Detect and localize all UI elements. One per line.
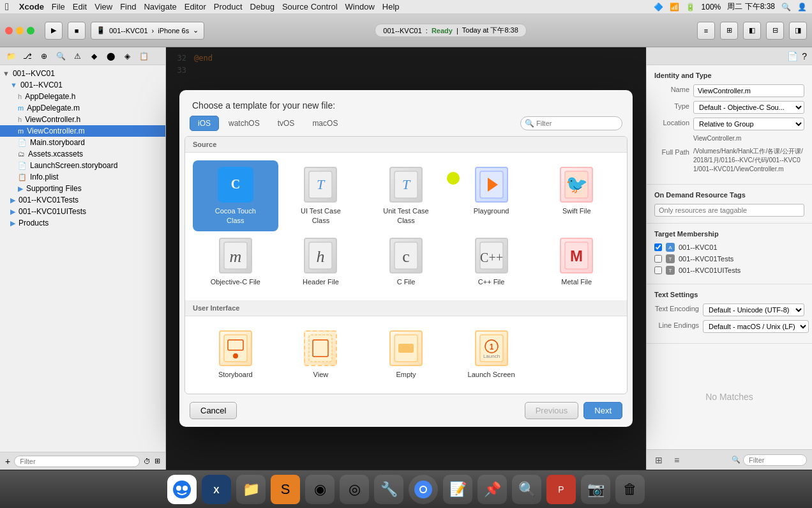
sidebar-item-appdelegatem[interactable]: m AppDelegate.m	[0, 102, 165, 114]
breakpoint-icon[interactable]: ◈	[120, 50, 134, 63]
debug-toggle-button[interactable]: ⊟	[766, 22, 784, 40]
sidebar-item-supporting-files[interactable]: ▶ Supporting Files	[0, 183, 165, 194]
inspector-file-icon[interactable]: 📄	[787, 51, 798, 61]
dock-slides[interactable]: S	[271, 475, 300, 504]
template-view[interactable]: View	[278, 324, 364, 385]
menu-navigate[interactable]: Navigate	[144, 2, 176, 12]
maximize-window-button[interactable]	[27, 27, 34, 35]
dock-finder[interactable]	[167, 475, 197, 504]
cancel-button[interactable]: Cancel	[190, 402, 237, 419]
inspector-toggle-button[interactable]: ◨	[789, 22, 807, 40]
sidebar-filter-input[interactable]	[14, 456, 140, 467]
sort-icon[interactable]: ⊞	[154, 457, 160, 465]
menu-source-control[interactable]: Source Control	[282, 2, 338, 12]
template-playground[interactable]: Playground	[449, 160, 534, 231]
sidebar-item-tests[interactable]: ▶ 001--KVC01Tests	[0, 194, 165, 206]
template-launch-screen[interactable]: 1 Launch Launch Screen	[449, 324, 534, 385]
navigator-toggle-button[interactable]: ◧	[743, 22, 761, 40]
location-select[interactable]: Relative to Group	[693, 118, 804, 130]
symbol-icon[interactable]: ⊕	[37, 50, 51, 63]
sidebar-item-viewcontrollerm[interactable]: m ViewController.m	[0, 125, 165, 137]
template-header-file[interactable]: h Header File	[278, 231, 364, 293]
sidebar-item-group[interactable]: ▼ 001--KVC01	[0, 79, 165, 91]
sidebar-item-uitests[interactable]: ▶ 001--KVC01UITests	[0, 206, 165, 217]
stop-button[interactable]: ■	[68, 22, 86, 40]
template-storyboard[interactable]: Storyboard	[193, 324, 278, 385]
find-icon[interactable]: 🔍	[54, 50, 68, 63]
dock-photos[interactable]: 📷	[581, 475, 610, 504]
report-icon[interactable]: 📋	[137, 50, 151, 63]
modal-filter-input[interactable]	[520, 116, 622, 130]
dock-trash[interactable]: 🗑	[615, 475, 645, 504]
dock-evernote[interactable]: 📝	[443, 475, 472, 504]
close-window-button[interactable]	[5, 27, 13, 35]
run-button[interactable]: ▶	[45, 22, 63, 40]
next-button[interactable]: Next	[583, 402, 622, 419]
menu-view[interactable]: View	[94, 2, 112, 12]
dock-powerpoint[interactable]: P	[546, 475, 576, 504]
template-objc-file[interactable]: m Objective-C File	[193, 231, 278, 293]
name-input[interactable]	[693, 84, 804, 97]
menu-editor[interactable]: Editor	[184, 2, 206, 12]
dock-android-studio[interactable]: 🔧	[374, 475, 403, 504]
sidebar-item-viewcontrollerh[interactable]: h ViewController.h	[0, 114, 165, 125]
target-checkbox-2[interactable]	[654, 255, 662, 263]
sidebar-item-root[interactable]: ▼ 001--KVC01	[0, 68, 165, 79]
folder-icon[interactable]: 📁	[4, 50, 18, 63]
user-icon[interactable]: 👤	[797, 3, 807, 12]
list-view-icon[interactable]: ≡	[670, 453, 684, 467]
tab-tvos[interactable]: tvOS	[269, 116, 303, 131]
sidebar-item-assets[interactable]: 🗂 Assets.xcassets	[0, 148, 165, 160]
template-cpp-file[interactable]: C++ C++ File	[449, 231, 534, 293]
template-unit-test-case[interactable]: T Unit Test CaseClass	[363, 160, 449, 231]
search-menubar-icon[interactable]: 🔍	[781, 3, 791, 12]
type-select[interactable]: Default - Objective-C Sou...	[693, 101, 804, 114]
encoding-select[interactable]: Default - Unicode (UTF-8)	[703, 304, 804, 316]
right-filter-input[interactable]	[743, 454, 807, 466]
dock-chrome[interactable]	[409, 475, 438, 504]
test-icon[interactable]: ◆	[87, 50, 101, 63]
menu-file[interactable]: File	[52, 2, 65, 12]
sidebar-item-products[interactable]: ▶ Products	[0, 217, 165, 229]
tags-input[interactable]	[654, 204, 804, 217]
target-checkbox-1[interactable]	[654, 243, 662, 251]
minimize-window-button[interactable]	[16, 27, 24, 35]
clock-icon[interactable]: ⏱	[144, 458, 151, 465]
add-file-button[interactable]: +	[5, 456, 10, 466]
sidebar-item-infoplist[interactable]: 📋 Info.plist	[0, 171, 165, 183]
issue-icon[interactable]: ⚠	[70, 50, 84, 63]
template-c-file[interactable]: c C File	[363, 231, 449, 293]
scheme-selector[interactable]: 📱 001--KVC01 › iPhone 6s ⌄	[91, 22, 204, 40]
editor-standard-button[interactable]: ≡	[697, 22, 715, 40]
source-control-icon[interactable]: ⎇	[20, 50, 34, 63]
dock-app1[interactable]: ◉	[305, 475, 335, 504]
dock-app3[interactable]: 📌	[477, 475, 507, 504]
template-cocoa-touch-class[interactable]: C Cocoa TouchClass	[193, 160, 278, 231]
debug-sidebar-icon[interactable]: ⬤	[103, 50, 117, 63]
tab-ios[interactable]: iOS	[190, 116, 219, 131]
menu-help[interactable]: Help	[382, 2, 400, 12]
line-endings-select[interactable]: Default - macOS / Unix (LF)	[703, 320, 809, 333]
apple-menu[interactable]: 	[5, 1, 9, 13]
menu-window[interactable]: Window	[345, 2, 375, 12]
sidebar-item-launchstoryboard[interactable]: 📄 LaunchScreen.storyboard	[0, 160, 165, 171]
menu-xcode[interactable]: Xcode	[19, 2, 44, 12]
grid-view-icon[interactable]: ⊞	[652, 453, 666, 467]
menu-find[interactable]: Find	[120, 2, 136, 12]
template-metal-file[interactable]: M Metal File	[534, 231, 619, 293]
editor-assistant-button[interactable]: ⊞	[720, 22, 738, 40]
template-swift-file[interactable]: 🐦 Swift File	[534, 160, 619, 231]
dock-spotlight[interactable]: 🔍	[512, 475, 541, 504]
target-checkbox-3[interactable]	[654, 266, 662, 274]
template-empty[interactable]: Empty	[363, 324, 449, 385]
menu-product[interactable]: Product	[214, 2, 243, 12]
menu-debug[interactable]: Debug	[250, 2, 274, 12]
tab-macos[interactable]: macOS	[304, 116, 346, 131]
inspector-quick-help-icon[interactable]: ?	[802, 51, 807, 61]
dock-files[interactable]: 📁	[236, 475, 266, 504]
sidebar-item-mainstoryboard[interactable]: 📄 Main.storyboard	[0, 137, 165, 148]
template-ui-test-case[interactable]: T UI Test CaseClass	[278, 160, 364, 231]
dock-xcode[interactable]: X	[202, 475, 231, 504]
tab-watchos[interactable]: watchOS	[220, 116, 268, 131]
menu-edit[interactable]: Edit	[73, 2, 87, 12]
